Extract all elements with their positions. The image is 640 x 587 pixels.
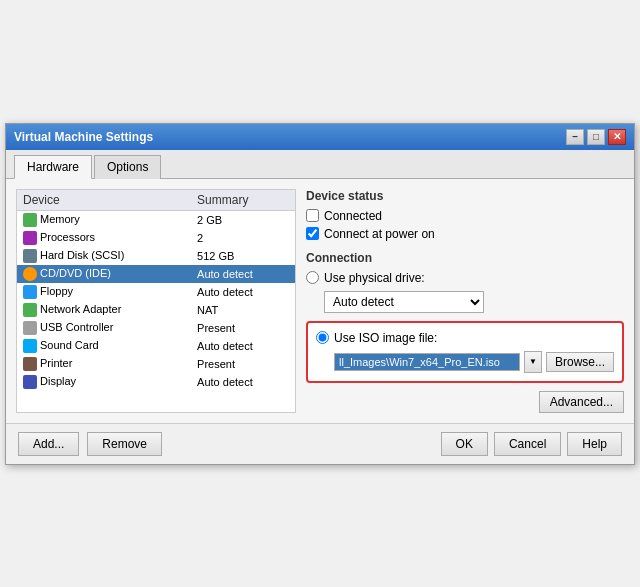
- bottom-left-buttons: Add... Remove: [18, 432, 162, 456]
- device-summary: Auto detect: [191, 337, 295, 355]
- device-list-panel: Device Summary Memory2 GBProcessors2Hard…: [16, 189, 296, 413]
- memory-icon: [23, 213, 37, 227]
- use-iso-row: Use ISO image file:: [316, 331, 614, 345]
- iso-input-row: ▼ Browse...: [334, 351, 614, 373]
- window-title: Virtual Machine Settings: [14, 130, 153, 144]
- table-row[interactable]: Processors2: [17, 229, 295, 247]
- add-button[interactable]: Add...: [18, 432, 79, 456]
- usb-icon: [23, 321, 37, 335]
- device-name: Sound Card: [40, 339, 99, 351]
- device-name: Hard Disk (SCSI): [40, 249, 124, 261]
- hdd-icon: [23, 249, 37, 263]
- advanced-row: Advanced...: [306, 391, 624, 413]
- title-bar-controls: – □ ✕: [566, 129, 626, 145]
- device-name: Printer: [40, 357, 72, 369]
- display-icon: [23, 375, 37, 389]
- connect-at-power-on-label: Connect at power on: [324, 227, 435, 241]
- use-physical-drive-row: Use physical drive:: [306, 271, 624, 285]
- use-physical-drive-label: Use physical drive:: [324, 271, 425, 285]
- device-summary: 2 GB: [191, 210, 295, 229]
- connect-at-power-on-checkbox[interactable]: [306, 227, 319, 240]
- bottom-buttons: Add... Remove OK Cancel Help: [6, 423, 634, 464]
- summary-column-header: Summary: [191, 190, 295, 211]
- table-row[interactable]: PrinterPresent: [17, 355, 295, 373]
- processor-icon: [23, 231, 37, 245]
- iso-dropdown-button[interactable]: ▼: [524, 351, 542, 373]
- minimize-button[interactable]: –: [566, 129, 584, 145]
- device-summary: Auto detect: [191, 283, 295, 301]
- device-summary: Present: [191, 319, 295, 337]
- device-name: Processors: [40, 231, 95, 243]
- connection-label: Connection: [306, 251, 624, 265]
- remove-button[interactable]: Remove: [87, 432, 162, 456]
- device-summary: NAT: [191, 301, 295, 319]
- table-row[interactable]: Sound CardAuto detect: [17, 337, 295, 355]
- browse-button[interactable]: Browse...: [546, 352, 614, 372]
- table-row[interactable]: FloppyAuto detect: [17, 283, 295, 301]
- device-table: Device Summary Memory2 GBProcessors2Hard…: [17, 190, 295, 392]
- device-summary: Present: [191, 355, 295, 373]
- table-row[interactable]: Memory2 GB: [17, 210, 295, 229]
- bottom-right-buttons: OK Cancel Help: [441, 432, 622, 456]
- main-content: Device Summary Memory2 GBProcessors2Hard…: [6, 179, 634, 423]
- advanced-button[interactable]: Advanced...: [539, 391, 624, 413]
- use-physical-drive-radio[interactable]: [306, 271, 319, 284]
- tab-hardware[interactable]: Hardware: [14, 155, 92, 179]
- floppy-icon: [23, 285, 37, 299]
- table-row[interactable]: Network AdapterNAT: [17, 301, 295, 319]
- close-button[interactable]: ✕: [608, 129, 626, 145]
- network-icon: [23, 303, 37, 317]
- connected-label: Connected: [324, 209, 382, 223]
- table-row[interactable]: Hard Disk (SCSI)512 GB: [17, 247, 295, 265]
- device-summary: Auto detect: [191, 373, 295, 391]
- device-summary: 2: [191, 229, 295, 247]
- device-summary: Auto detect: [191, 265, 295, 283]
- device-name: Memory: [40, 213, 80, 225]
- physical-drive-dropdown[interactable]: Auto detect: [324, 291, 484, 313]
- use-iso-label: Use ISO image file:: [334, 331, 437, 345]
- sound-icon: [23, 339, 37, 353]
- tab-bar: Hardware Options: [6, 150, 634, 179]
- device-column-header: Device: [17, 190, 191, 211]
- use-iso-section: Use ISO image file: ▼ Browse...: [306, 321, 624, 383]
- printer-icon: [23, 357, 37, 371]
- connected-checkbox[interactable]: [306, 209, 319, 222]
- device-name: Display: [40, 375, 76, 387]
- right-panel: Device status Connected Connect at power…: [306, 189, 624, 413]
- table-row[interactable]: CD/DVD (IDE)Auto detect: [17, 265, 295, 283]
- auto-detect-dropdown-row: Auto detect: [324, 291, 624, 313]
- device-name: Floppy: [40, 285, 73, 297]
- connection-section: Connection Use physical drive: Auto dete…: [306, 251, 624, 413]
- device-status-label: Device status: [306, 189, 624, 203]
- title-bar: Virtual Machine Settings – □ ✕: [6, 124, 634, 150]
- iso-path-input[interactable]: [334, 353, 520, 371]
- virtual-machine-settings-window: Virtual Machine Settings – □ ✕ Hardware …: [5, 123, 635, 465]
- tab-options[interactable]: Options: [94, 155, 161, 179]
- help-button[interactable]: Help: [567, 432, 622, 456]
- ok-button[interactable]: OK: [441, 432, 488, 456]
- maximize-button[interactable]: □: [587, 129, 605, 145]
- cancel-button[interactable]: Cancel: [494, 432, 561, 456]
- device-name: Network Adapter: [40, 303, 121, 315]
- use-iso-radio[interactable]: [316, 331, 329, 344]
- device-summary: 512 GB: [191, 247, 295, 265]
- cdrom-icon: [23, 267, 37, 281]
- table-row[interactable]: USB ControllerPresent: [17, 319, 295, 337]
- device-name: CD/DVD (IDE): [40, 267, 111, 279]
- device-name: USB Controller: [40, 321, 113, 333]
- connect-at-power-on-row: Connect at power on: [306, 227, 624, 241]
- connected-row: Connected: [306, 209, 624, 223]
- table-row[interactable]: DisplayAuto detect: [17, 373, 295, 391]
